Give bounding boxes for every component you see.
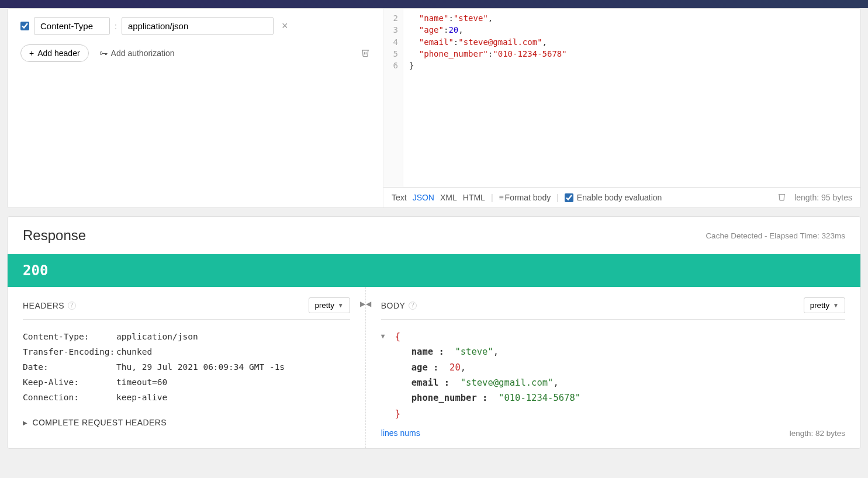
headers-section-title: HEADERS [23,301,64,310]
body-type-json[interactable]: JSON [413,193,434,202]
header-enable-checkbox[interactable] [20,22,29,30]
header-value-input[interactable] [122,17,274,35]
enable-body-eval-label: Enable body evaluation [577,193,662,202]
request-headers-pane: : × +Add header 🗝Add authorization [8,9,383,207]
json-collapse-toggle[interactable]: ▼ [381,331,385,342]
enable-body-eval-checkbox[interactable] [565,193,573,202]
key-icon: 🗝 [99,49,108,58]
add-authorization-button[interactable]: 🗝Add authorization [99,49,175,58]
header-colon: : [115,22,117,31]
headers-view-toggle[interactable]: pretty▼ [309,297,350,313]
response-body-pane: ▶ BODY ? pretty▼ ▼ { name : "steve", age… [366,287,860,448]
body-view-toggle[interactable]: pretty▼ [804,297,845,313]
help-icon[interactable]: ? [68,302,76,310]
body-type-text[interactable]: Text [392,193,407,202]
response-body-length: length: 82 bytes [790,429,845,438]
top-bar [0,0,868,8]
format-icon: ≡ [499,193,503,202]
body-type-xml[interactable]: XML [440,193,457,202]
response-body-json: ▼ { name : "steve", age : 20, email : "s… [381,329,845,421]
clear-body-button[interactable] [777,192,786,203]
lines-nums-toggle[interactable]: lines nums [381,428,420,438]
response-headers-pane: HEADERS ? pretty▼ ◀ Content-Type:applica… [8,287,366,448]
add-header-button[interactable]: +Add header [20,44,89,62]
body-type-html[interactable]: HTML [463,193,485,202]
complete-request-headers-toggle[interactable]: ▶COMPLETE REQUEST HEADERS [23,418,167,427]
clear-headers-button[interactable] [361,48,370,59]
header-key-input[interactable] [34,17,110,35]
help-icon[interactable]: ? [409,302,417,310]
remove-header-button[interactable]: × [278,20,292,32]
collapse-right-icon[interactable]: ▶ [360,300,365,308]
response-title: Response [23,227,86,244]
request-body-editor[interactable]: "name":"steve", "age":20, "email":"steve… [403,9,860,187]
response-headers-table: Content-Type:application/json Transfer-E… [23,329,350,405]
body-section-title: BODY [381,301,406,310]
editor-gutter: 23456 [383,9,403,187]
body-length-label: length: 95 bytes [794,193,852,202]
response-status: 200 [8,254,860,287]
chevron-right-icon: ▶ [23,420,27,426]
header-row: : × [20,17,370,35]
response-card: Response Cache Detected - Elapsed Time: … [7,216,861,449]
request-card: : × +Add header 🗝Add authorization 23456… [7,8,861,208]
format-body-button[interactable]: ≡ Format body [499,193,551,202]
request-body-pane: 23456 "name":"steve", "age":20, "email":… [383,9,860,207]
response-meta: Cache Detected - Elapsed Time: 323ms [706,231,845,240]
body-toolbar: Text JSON XML HTML | ≡ Format body | Ena… [383,188,860,207]
plus-icon: + [29,49,34,58]
